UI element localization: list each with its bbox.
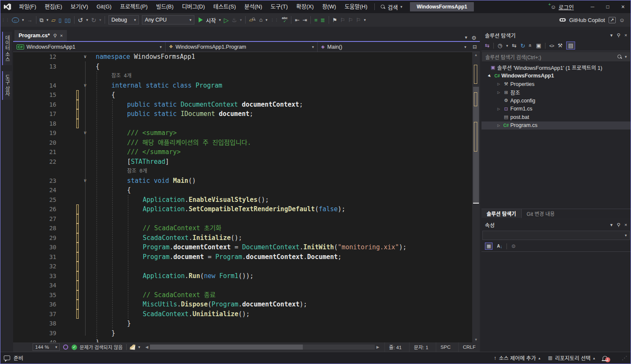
tree-item-program-cs[interactable]: ▷C#Program.cs (482, 121, 631, 130)
copilot-status-icon[interactable] (63, 345, 68, 350)
chevron-down-icon[interactable]: ▾ (22, 18, 24, 22)
solution-configurations-dropdown[interactable]: Debug▾ (108, 15, 139, 25)
tree-collapsed-icon[interactable]: ▷ (495, 107, 502, 111)
document-well-options-gear-icon[interactable]: ⚙ (471, 35, 476, 41)
fold-collapse-icon[interactable]: ∨ (79, 52, 91, 62)
code-line[interactable]: 40} (13, 338, 480, 342)
code-line[interactable]: 24{ (13, 185, 480, 195)
chevron-down-icon[interactable]: ▾ (100, 18, 102, 22)
code-line[interactable]: 36MiscUtils.Dispose(Program.documentCont… (13, 300, 480, 309)
code-line[interactable]: 19∨/// <summary> (13, 128, 480, 138)
property-pages-icon[interactable]: ⚙ (511, 243, 516, 249)
vertical-scrollbar[interactable]: ▲ ▼ (472, 52, 480, 342)
split-window-icon[interactable]: ⊟ (470, 42, 480, 52)
pin-icon[interactable]: ⚲ (53, 33, 57, 39)
add-to-source-control-button[interactable]: ↑ 소스 제어에 추가 ▴ (494, 354, 540, 362)
code-line[interactable]: 31Program.document = Program.documentCon… (13, 252, 480, 262)
tree-item-windowsformsapp1[interactable]: ▶C#WindowsFormsApp1 (482, 72, 631, 80)
code-line[interactable]: 20/// 해당 애플리케이션의 주 진입점입니다. (13, 138, 480, 148)
chevron-down-icon[interactable]: ▾ (86, 18, 88, 22)
menu-item[interactable]: 디버그(D) (178, 0, 209, 13)
code-line[interactable]: 26Application.SetCompatibleTextRendering… (13, 204, 480, 214)
navigate-cursor-back-icon[interactable]: ⇤ (295, 17, 299, 23)
redo-icon[interactable]: ↻ (91, 17, 97, 23)
pending-changes-filter-icon[interactable]: ◷ (498, 42, 502, 49)
codelens-indicator[interactable]: 참조 0개 (13, 166, 480, 176)
properties-title-bar[interactable]: 속성 ▾ ⚲ × (482, 220, 631, 230)
code-line[interactable]: 35// ScadaContext 종료 (13, 290, 480, 300)
navigate-forward-icon[interactable]: → (27, 17, 33, 23)
code-line[interactable]: 22[STAThread] (13, 157, 480, 167)
sign-in-button[interactable]: ☺+ 로그인 (551, 3, 574, 11)
next-bookmark-icon[interactable]: ⚐ (348, 17, 353, 23)
menu-item[interactable]: 프로젝트(P) (116, 0, 152, 13)
chevron-down-icon[interactable]: ▾ (610, 33, 613, 38)
send-feedback-icon[interactable]: ☺ (619, 17, 625, 23)
code-line[interactable]: 34 (13, 281, 480, 290)
chevron-down-icon[interactable]: ▾ (240, 18, 242, 22)
chevron-down-icon[interactable]: ▾ (138, 345, 141, 349)
nav-member-dropdown[interactable]: ◈ Main() ▾ (318, 42, 470, 52)
code-editor[interactable]: 12∨namespace WindowsFormsApp113{참조 4개14∨… (13, 52, 480, 342)
search-menu[interactable]: 검색 ▾ (377, 3, 406, 11)
tree-expanded-icon[interactable]: ▶ (486, 72, 493, 80)
code-line[interactable]: 14∨internal static class Program (13, 81, 480, 91)
new-project-icon[interactable]: ⧉ (40, 17, 44, 23)
feedback-bubble-icon[interactable] (4, 356, 10, 360)
scroll-right-arrow[interactable]: ▶ (375, 345, 381, 349)
toggle-bookmark-icon[interactable]: ⚑ (332, 17, 338, 23)
tree-item-app-config[interactable]: ⚙App.config (482, 97, 631, 105)
select-repository-button[interactable]: ▥ 리포지토리 선택 ▴ (548, 354, 595, 362)
feedback-solution-name[interactable]: WindowsFormsApp1 (410, 2, 474, 11)
code-line[interactable]: 37ScadaContext.Uninitialize(); (13, 309, 480, 319)
insert-mode-indicator[interactable]: SPC (436, 342, 455, 352)
code-line[interactable]: 15{ (13, 90, 480, 100)
scrollbar-thumb[interactable] (150, 345, 303, 350)
resize-grip[interactable]: ⋰ (622, 355, 627, 361)
nav-type-dropdown[interactable]: ❖ WindowsFormsApp1.Program ▾ (166, 42, 318, 52)
line-ending-indicator[interactable]: CRLF (458, 342, 480, 352)
decrease-indent-icon[interactable]: ≡ (314, 17, 318, 23)
code-cleanup-broom-icon[interactable] (130, 344, 135, 350)
code-line[interactable]: 33Application.Run(new Form1()); (13, 271, 480, 281)
menu-item[interactable]: 도구(T) (266, 0, 292, 13)
tree-item-properties[interactable]: ▷⚒Properties (482, 80, 631, 88)
sync-with-active-document-icon[interactable]: ⇆ (512, 42, 517, 49)
code-line[interactable]: 28// ScadaContext 초기화 (13, 223, 480, 233)
tab-git-changes[interactable]: Git 변경 내용 (522, 209, 560, 218)
refresh-icon[interactable]: ↻ (520, 42, 526, 49)
codelens-indicator[interactable]: 참조 4개 (13, 71, 480, 81)
data-sources-tab[interactable]: 데이터 소스 (2, 32, 12, 65)
open-file-icon[interactable]: ▱ (51, 17, 55, 23)
close-icon[interactable]: × (625, 33, 627, 38)
code-line[interactable]: 18 (13, 119, 480, 129)
categorized-view-icon[interactable]: ▦ (485, 243, 493, 250)
share-icon[interactable]: ↗ (609, 17, 616, 23)
menu-item[interactable]: 보기(V) (66, 0, 92, 13)
code-line[interactable]: 17public static IDocument document; (13, 109, 480, 119)
view-code-icon[interactable]: <> (549, 43, 554, 48)
toolbox-tab[interactable]: 도구 상자 (2, 71, 12, 99)
menu-item[interactable]: 빌드(B) (152, 0, 178, 13)
code-line[interactable]: 23∨static void Main() (13, 176, 480, 186)
switch-views-icon[interactable]: ⇆ (485, 42, 490, 49)
find-in-files-icon[interactable]: ▱ (249, 17, 256, 22)
code-line[interactable]: 27 (13, 214, 480, 224)
start-debugging-label[interactable]: 시작 (206, 16, 216, 24)
document-tab-programcs[interactable]: Program.cs* ⚲ × (14, 30, 67, 41)
toolbar-grip[interactable]: ⋮⋮ (271, 18, 279, 22)
tree-collapsed-icon[interactable]: ▷ (495, 124, 502, 127)
save-all-icon[interactable]: ▯▯ (65, 17, 71, 23)
close-icon[interactable]: × (60, 33, 63, 38)
navigate-cursor-forward-icon[interactable]: ⇥ (302, 17, 307, 23)
code-line[interactable]: 21/// </summary> (13, 147, 480, 157)
spell-check-icon[interactable]: abc✓ (282, 17, 288, 23)
properties-object-dropdown[interactable]: ▾ (482, 231, 630, 240)
horizontal-scrollbar[interactable]: ◀ ▶ (144, 342, 381, 352)
menu-item[interactable]: 편집(E) (41, 0, 66, 13)
pin-icon[interactable]: ⚲ (617, 33, 620, 38)
maximize-button[interactable]: □ (600, 0, 615, 13)
code-line[interactable]: 29ScadaContext.Initialize(); (13, 233, 480, 243)
show-all-files-icon[interactable]: ▤ (566, 41, 575, 50)
start-debugging-icon[interactable] (199, 17, 203, 22)
